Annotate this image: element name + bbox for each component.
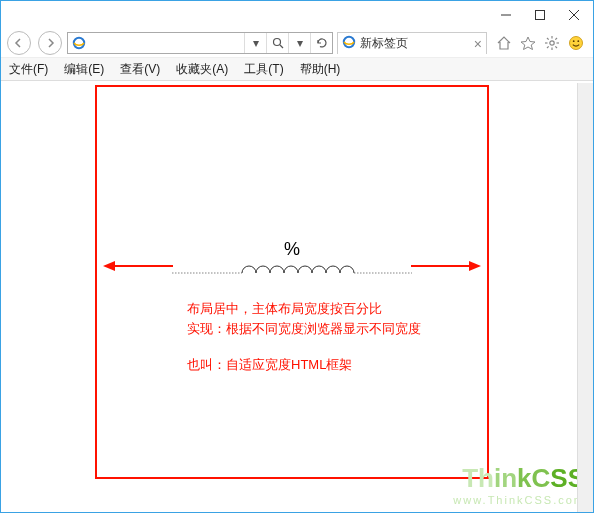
- svg-point-7: [344, 37, 354, 47]
- menu-bar: 文件(F) 编辑(E) 查看(V) 收藏夹(A) 工具(T) 帮助(H): [1, 57, 593, 81]
- vertical-scrollbar[interactable]: [577, 83, 593, 512]
- desc-line-3: 也叫：自适应宽度HTML框架: [187, 355, 421, 375]
- svg-line-13: [547, 38, 549, 40]
- maximize-button[interactable]: [523, 4, 557, 26]
- close-button[interactable]: [557, 4, 591, 26]
- svg-line-6: [280, 45, 283, 48]
- menu-view[interactable]: 查看(V): [112, 58, 168, 80]
- menu-help[interactable]: 帮助(H): [292, 58, 349, 80]
- address-bar: ▾ ▾: [67, 32, 333, 54]
- ie-icon: [70, 36, 88, 50]
- svg-point-18: [573, 40, 575, 42]
- search-dropdown-icon[interactable]: ▾: [288, 33, 310, 53]
- menu-favorites[interactable]: 收藏夹(A): [168, 58, 236, 80]
- svg-point-17: [570, 37, 583, 50]
- svg-point-8: [550, 41, 554, 45]
- search-icon[interactable]: [266, 33, 288, 53]
- description-text: 布局居中，主体布局宽度按百分比 实现：根据不同宽度浏览器显示不同宽度 也叫：自适…: [187, 299, 421, 375]
- svg-marker-23: [103, 261, 115, 271]
- forward-button[interactable]: [36, 29, 63, 57]
- menu-file[interactable]: 文件(F): [1, 58, 56, 80]
- svg-line-15: [555, 38, 557, 40]
- page-viewport: % 布局居中，主体布局宽度按百分比 实现：根据不同宽度浏览器显示不同宽度 也叫：…: [1, 83, 593, 512]
- tab-title: 新标签页: [360, 35, 470, 52]
- svg-point-5: [273, 39, 280, 46]
- tab-close-icon[interactable]: ×: [474, 37, 482, 51]
- watermark: ThinkCSS www.ThinkCSS.com: [453, 463, 585, 506]
- svg-line-14: [555, 46, 557, 48]
- layout-demo-box: % 布局居中，主体布局宽度按百分比 实现：根据不同宽度浏览器显示不同宽度 也叫：…: [95, 85, 489, 479]
- toolbar-right-icons: [491, 34, 589, 52]
- window-titlebar: [1, 1, 593, 29]
- svg-marker-25: [469, 261, 481, 271]
- minimize-button[interactable]: [489, 4, 523, 26]
- smiley-icon[interactable]: [567, 34, 585, 52]
- svg-point-19: [577, 40, 579, 42]
- browser-tab[interactable]: 新标签页 ×: [337, 32, 487, 54]
- favorites-icon[interactable]: [519, 34, 537, 52]
- url-input[interactable]: [90, 33, 244, 53]
- svg-rect-1: [536, 11, 545, 20]
- menu-tools[interactable]: 工具(T): [236, 58, 291, 80]
- nav-toolbar: ▾ ▾ 新标签页 ×: [1, 29, 593, 57]
- watermark-brand: ThinkCSS: [453, 463, 585, 494]
- desc-line-2: 实现：根据不同宽度浏览器显示不同宽度: [187, 319, 421, 339]
- home-icon[interactable]: [495, 34, 513, 52]
- refresh-icon[interactable]: [310, 33, 332, 53]
- watermark-url: www.ThinkCSS.com: [453, 494, 585, 506]
- url-dropdown-icon[interactable]: ▾: [244, 33, 266, 53]
- svg-line-16: [547, 46, 549, 48]
- arrow-right-icon: [411, 257, 481, 278]
- back-button[interactable]: [5, 29, 32, 57]
- ie-icon: [342, 35, 356, 52]
- svg-point-4: [74, 38, 84, 48]
- menu-edit[interactable]: 编辑(E): [56, 58, 112, 80]
- settings-gear-icon[interactable]: [543, 34, 561, 52]
- desc-line-1: 布局居中，主体布局宽度按百分比: [187, 299, 421, 319]
- arrow-left-icon: [103, 257, 173, 278]
